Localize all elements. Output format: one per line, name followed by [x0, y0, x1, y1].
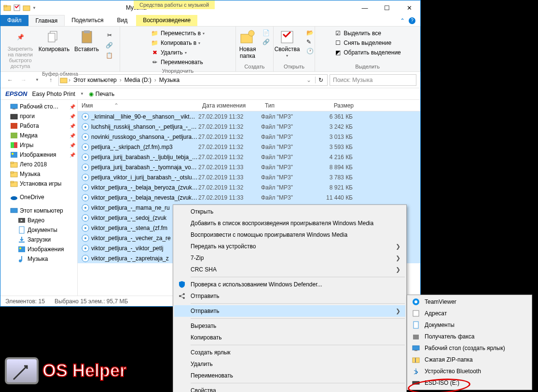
tree-item[interactable]: Медиа📌 [0, 131, 77, 140]
tree-item[interactable]: Лето 2018 [0, 160, 77, 169]
file-row[interactable]: novinki_russkogo_shansona_-_petljura_ju…… [78, 132, 420, 142]
tab-home[interactable]: Главная [28, 15, 65, 26]
file-row[interactable]: petljura_jurij_barabash_-_ljublju_tebja_… [78, 152, 420, 162]
file-row[interactable]: petljura_viktor_i_jurij_barabash_-_otslu… [78, 172, 420, 182]
paste-shortcut-button[interactable]: 📋 [104, 51, 115, 60]
file-row[interactable]: petljura_-_skripach_(zf.fm).mp327.02.201… [78, 142, 420, 152]
tree-item[interactable]: Игры📌 [0, 140, 77, 150]
breadcrumb-pc[interactable]: Этот компьютер [71, 76, 119, 84]
menu-item[interactable]: Проверка с использованием Windows Defend… [174, 279, 405, 290]
history-button[interactable]: 🕐 [304, 47, 316, 55]
recent-button[interactable]: ▼ [31, 74, 43, 86]
sendto-item[interactable]: TeamViewer [408, 296, 531, 308]
col-name[interactable]: Имя ⌃ [78, 100, 198, 111]
menu-item[interactable]: Открыть [174, 206, 405, 217]
menu-item[interactable]: Удалить [174, 358, 405, 370]
ribbon-collapse-icon[interactable]: ⌃ [400, 17, 405, 24]
tab-playback[interactable]: Воспроизведение [136, 15, 197, 26]
cut-button[interactable]: ✂ [104, 30, 115, 40]
file-row[interactable]: viktor_petljura_-_belaja_beryoza_(zvukof… [78, 182, 420, 192]
menu-item[interactable]: Отправить❯ [174, 305, 405, 317]
tree-item[interactable]: Документы [0, 225, 77, 235]
tree-item[interactable]: Видео [0, 216, 77, 225]
tree-item[interactable]: Музыка [0, 169, 77, 179]
sendto-item[interactable]: Устройство Bluetooth [408, 365, 531, 377]
copy-to-button[interactable]: 📁Копировать в ▾ [149, 38, 202, 48]
menu-item[interactable]: Вырезать [174, 320, 405, 332]
tree-item[interactable]: Рабочий сто…📌 [0, 102, 77, 111]
file-row[interactable]: petljura_jurij_barabash_-_tyomnaja_voda…… [78, 162, 420, 172]
file-row[interactable]: luchshij_russkij_shanson_-_petljura_-_pl… [78, 122, 420, 132]
new-item-button[interactable]: 📄 [261, 28, 272, 37]
tree-item[interactable]: Музыка [0, 254, 77, 264]
invert-selection-button[interactable]: ◩Обратить выделение [332, 48, 403, 57]
refresh-button[interactable]: ↻ [315, 77, 326, 83]
svg-point-27 [11, 196, 17, 200]
properties-button[interactable]: Свойства▾ [273, 28, 302, 59]
menu-item[interactable]: CRC SHA❯ [174, 264, 405, 275]
menu-item[interactable]: Добавить в список воспроизведения проигр… [174, 217, 405, 229]
tree-item[interactable]: Этот компьютер [0, 206, 77, 216]
copy-button[interactable]: Копировать [39, 28, 69, 54]
col-date[interactable]: Дата изменения [198, 100, 261, 111]
col-type[interactable]: Тип [261, 100, 314, 111]
qat-newfolder[interactable] [23, 4, 30, 12]
breadcrumb-music[interactable]: Музыка [157, 76, 181, 84]
paste-button[interactable]: Вставить [72, 28, 101, 54]
address-dropdown[interactable]: ⌄ [303, 77, 314, 83]
up-button[interactable]: ↑ [45, 74, 56, 86]
menu-item[interactable]: 7-Zip❯ [174, 252, 405, 264]
tab-view[interactable]: Вид [110, 15, 134, 26]
select-all-button[interactable]: ☑Выделить все [332, 28, 383, 38]
easy-access-button[interactable]: 🔗 [261, 38, 272, 46]
address-bar[interactable]: › Этот компьютер› Media (D:)› Музыка ⌄ ↻ [58, 74, 328, 86]
tree-item[interactable]: OneDrive [0, 192, 77, 202]
tree-item[interactable]: Установка игры [0, 179, 77, 189]
sendto-item[interactable]: Адресат [408, 308, 531, 319]
print-button[interactable]: ◉Печать [89, 91, 114, 97]
sendto-item[interactable]: Рабочий стол (создать ярлык) [408, 342, 531, 354]
select-none-button[interactable]: ☐Снять выделение [332, 38, 393, 48]
menu-item[interactable]: Воспроизвести с помощью проигрывателя Wi… [174, 229, 405, 241]
move-to-button[interactable]: 📁Переместить в ▾ [149, 28, 207, 38]
minimize-button[interactable]: — [354, 0, 376, 15]
delete-button[interactable]: ✖Удалить ▾ [149, 48, 189, 57]
tree-item[interactable]: Работа📌 [0, 121, 77, 131]
file-row[interactable]: _kriminal__lihie_90-e__shanson__viktor_p… [78, 111, 420, 122]
maximize-button[interactable]: ☐ [376, 0, 398, 15]
svg-rect-11 [60, 78, 67, 83]
new-folder-button[interactable]: Новая папка [237, 28, 258, 60]
watermark-text: OS Helper [42, 361, 126, 381]
forward-button[interactable]: → [18, 74, 29, 86]
pin-to-quick-access[interactable]: 📌Закрепить на панели быстрого доступа [5, 28, 36, 70]
tree-item[interactable]: проги📌 [0, 111, 77, 121]
tree-item[interactable]: Загрузки [0, 235, 77, 244]
menu-item[interactable]: Свойства [174, 385, 405, 392]
qat-properties[interactable] [13, 4, 21, 12]
tab-file[interactable]: Файл [0, 15, 28, 26]
sendto-item[interactable]: Получатель факса [408, 331, 531, 342]
menu-item[interactable]: Создать ярлык [174, 347, 405, 358]
help-icon[interactable]: ? [409, 17, 415, 24]
menu-item[interactable]: Копировать [174, 332, 405, 343]
navigation-tree[interactable]: Рабочий сто…📌проги📌Работа📌Медиа📌Игры📌Изо… [0, 100, 78, 296]
close-button[interactable]: ✕ [398, 0, 420, 15]
menu-item[interactable]: Отправить [174, 290, 405, 302]
edit-button[interactable]: ✎ [304, 38, 316, 46]
copy-path-button[interactable]: 🔗 [104, 41, 115, 50]
qat-customize[interactable]: ▼ [32, 6, 36, 10]
rename-button[interactable]: ✏Переименовать [149, 57, 205, 67]
back-button[interactable]: ← [4, 74, 16, 86]
file-row[interactable]: viktor_petljura_-_belaja_nevesta_(zvukof… [78, 192, 420, 203]
tree-item[interactable]: Изображения📌 [0, 150, 77, 160]
col-size[interactable]: Размер [314, 100, 358, 111]
breadcrumb-media[interactable]: Media (D:) [123, 76, 153, 84]
menu-item[interactable]: Переименовать [174, 370, 405, 381]
tree-item[interactable]: Изображения [0, 244, 77, 254]
sendto-item[interactable]: Документы [408, 319, 531, 331]
open-button[interactable]: 📂 [304, 28, 316, 37]
tab-share[interactable]: Поделиться [65, 15, 110, 26]
search-box[interactable]: Поиск: Музыка [330, 74, 416, 86]
menu-item[interactable]: Передать на устройство❯ [174, 241, 405, 252]
sendto-item[interactable]: Сжатая ZIP-папка [408, 354, 531, 365]
